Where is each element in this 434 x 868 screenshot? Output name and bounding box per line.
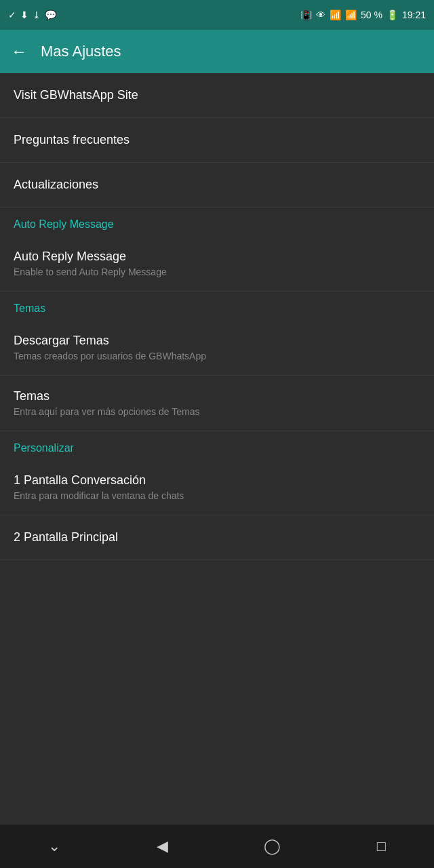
wifi-icon: 📶: [330, 9, 341, 20]
message-icon: 💬: [45, 9, 56, 20]
item-title: Descargar Temas: [14, 334, 420, 348]
list-item[interactable]: Actualizaciones: [0, 163, 434, 208]
list-item[interactable]: 2 Pantalla Principal: [0, 515, 434, 560]
status-info-right: 📳 👁 📶 📶 50 % 🔋 19:21: [300, 9, 426, 20]
item-title: 1 Pantalla Conversación: [14, 473, 420, 488]
vibrate-icon: 📳: [300, 9, 312, 20]
download-icon-2: ⬇: [20, 9, 28, 20]
battery-icon: 🔋: [387, 9, 398, 20]
battery-text: 50 %: [361, 9, 382, 20]
page-title: Mas Ajustes: [41, 43, 121, 60]
list-item[interactable]: Preguntas frecuentes: [0, 118, 434, 163]
download-icon-3: ⤓: [33, 9, 41, 20]
item-title: Visit GBWhatsApp Site: [14, 88, 138, 102]
time: 19:21: [402, 9, 426, 20]
item-subtitle: Entra para modificar la ventana de chats: [14, 490, 420, 501]
section-header-temas: Temas: [0, 292, 434, 320]
list-item[interactable]: Temas Entra aquí para ver más opciones d…: [0, 376, 434, 431]
navigation-bar: ⌄ ◀ ◯ □: [0, 825, 434, 868]
item-title: 2 Pantalla Principal: [14, 530, 118, 544]
eye-icon: 👁: [316, 9, 326, 20]
list-item[interactable]: Auto Reply Message Enable to send Auto R…: [0, 236, 434, 292]
recents-icon[interactable]: □: [369, 829, 394, 863]
download-icon-1: ✓: [8, 9, 16, 20]
content-area: Visit GBWhatsApp Site Preguntas frecuent…: [0, 73, 434, 825]
item-subtitle: Temas creados por usuarios de GBWhatsApp: [14, 351, 420, 361]
item-subtitle: Entra aquí para ver más opciones de Tema…: [14, 406, 420, 417]
item-title: Auto Reply Message: [14, 250, 420, 264]
item-title: Preguntas frecuentes: [14, 133, 130, 146]
back-button[interactable]: ←: [11, 42, 27, 61]
list-item[interactable]: Descargar Temas Temas creados por usuari…: [0, 320, 434, 376]
signal-icon: 📶: [345, 9, 357, 20]
status-bar: ✓ ⬇ ⤓ 💬 📳 👁 📶 📶 50 % 🔋 19:21: [0, 0, 434, 30]
item-subtitle: Enable to send Auto Reply Message: [14, 267, 420, 277]
section-header-personalizar: Personalizar: [0, 431, 434, 460]
section-header-auto-reply: Auto Reply Message: [0, 208, 434, 236]
status-icons-left: ✓ ⬇ ⤓ 💬: [8, 9, 56, 20]
list-item[interactable]: 1 Pantalla Conversación Entra para modif…: [0, 460, 434, 515]
chevron-down-icon[interactable]: ⌄: [40, 829, 68, 863]
app-header: ← Mas Ajustes: [0, 30, 434, 73]
list-item[interactable]: Visit GBWhatsApp Site: [0, 73, 434, 118]
item-title: Actualizaciones: [14, 178, 98, 191]
home-icon[interactable]: ◯: [256, 829, 289, 863]
back-nav-icon[interactable]: ◀: [149, 829, 176, 863]
item-title: Temas: [14, 389, 420, 403]
